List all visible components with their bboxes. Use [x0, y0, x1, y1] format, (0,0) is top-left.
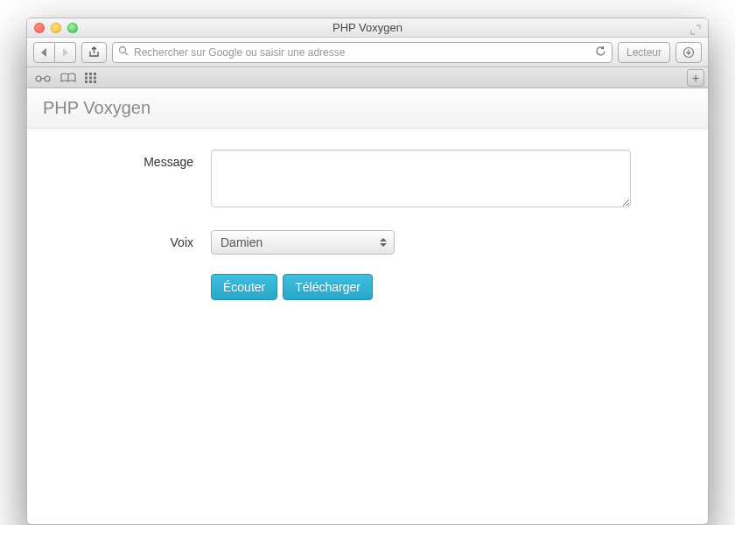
titlebar: PHP Voxygen: [27, 18, 708, 38]
address-bar[interactable]: Rechercher sur Google ou saisir une adre…: [112, 42, 612, 63]
fullscreen-icon[interactable]: [690, 23, 701, 33]
svg-rect-8: [85, 76, 88, 79]
page-content: Message Voix Damien Écouter Télécharger: [27, 129, 708, 340]
grid-icon[interactable]: [85, 73, 97, 83]
voice-select[interactable]: Damien: [211, 230, 395, 255]
bookmark-bar: +: [27, 67, 708, 88]
svg-rect-13: [94, 80, 96, 83]
minimize-icon[interactable]: [51, 23, 61, 33]
message-input[interactable]: [211, 150, 631, 207]
window-controls: [34, 23, 78, 33]
app-navbar: PHP Voxygen: [27, 88, 708, 129]
book-icon[interactable]: [60, 73, 76, 83]
chevron-updown-icon: [376, 234, 390, 251]
message-row: Message: [62, 150, 673, 211]
browser-toolbar: Rechercher sur Google ou saisir une adre…: [27, 38, 708, 67]
zoom-icon[interactable]: [67, 23, 78, 33]
svg-rect-6: [89, 73, 92, 75]
message-label: Message: [62, 150, 211, 211]
svg-point-4: [45, 76, 50, 81]
svg-point-3: [36, 76, 41, 81]
reader-button[interactable]: Lecteur: [618, 42, 670, 63]
download-button[interactable]: Télécharger: [283, 274, 373, 300]
glasses-icon[interactable]: [34, 73, 52, 83]
voice-selected-value: Damien: [220, 235, 262, 249]
forward-button[interactable]: [55, 42, 76, 63]
listen-button[interactable]: Écouter: [211, 274, 277, 300]
svg-rect-10: [94, 76, 96, 79]
downloads-button[interactable]: [676, 42, 702, 63]
brand-title: PHP Voxygen: [43, 98, 150, 118]
svg-rect-12: [89, 80, 92, 83]
browser-window: PHP Voxygen Rechercher sur Google ou sai…: [26, 18, 709, 525]
new-tab-button[interactable]: +: [687, 69, 704, 87]
voice-row: Voix Damien: [62, 230, 673, 255]
address-placeholder: Rechercher sur Google ou saisir une adre…: [134, 46, 345, 59]
back-button[interactable]: [33, 42, 55, 63]
svg-rect-11: [85, 80, 88, 83]
svg-line-1: [125, 52, 128, 55]
window-title: PHP Voxygen: [27, 21, 708, 34]
voice-label: Voix: [62, 230, 211, 255]
close-icon[interactable]: [34, 23, 45, 33]
svg-rect-5: [85, 73, 88, 75]
nav-buttons: [33, 42, 76, 63]
action-row: Écouter Télécharger: [62, 274, 673, 300]
svg-rect-9: [89, 76, 92, 79]
share-button[interactable]: [81, 42, 107, 63]
search-icon: [118, 46, 129, 59]
refresh-icon[interactable]: [595, 46, 606, 60]
svg-point-0: [120, 47, 126, 53]
svg-rect-7: [94, 73, 96, 75]
